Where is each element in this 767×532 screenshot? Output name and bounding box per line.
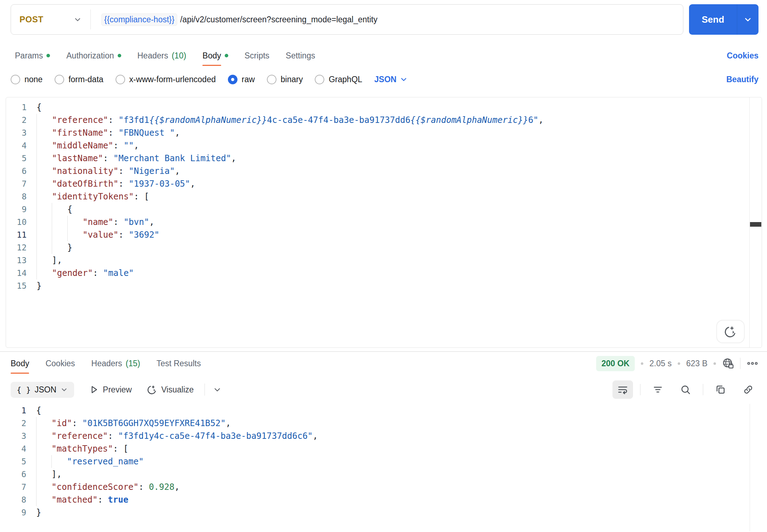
- response-toolbar-right: [612, 380, 758, 399]
- line-number: 1: [6, 406, 26, 415]
- raw-language-selector[interactable]: JSON: [374, 75, 408, 84]
- code-line: 5"reserved_name": [6, 455, 767, 468]
- cookies-link[interactable]: Cookies: [727, 51, 758, 61]
- request-url-row: POST {{compliance-host}} /api/v2/custome…: [0, 0, 767, 35]
- filter-icon[interactable]: [648, 380, 668, 399]
- code-line: 11"value": "3692": [6, 228, 762, 241]
- preview-button[interactable]: Preview: [89, 385, 132, 395]
- bodytype-urlencoded-radio[interactable]: x-www-form-urlencoded: [116, 75, 216, 84]
- tab-body[interactable]: Body: [202, 51, 228, 61]
- postman-app: { "request": { "method": "POST", "url_ho…: [0, 0, 767, 532]
- postbot-sparkle-icon: [724, 325, 737, 338]
- response-size[interactable]: 623 B: [686, 359, 707, 368]
- visualize-options-chevron-icon[interactable]: [213, 385, 222, 394]
- line-number: 15: [6, 281, 27, 290]
- tab-headers-label: Headers: [138, 51, 168, 61]
- tab-params-label: Params: [15, 51, 43, 61]
- response-format-selector[interactable]: { } JSON: [11, 382, 74, 398]
- line-number: 9: [6, 508, 26, 517]
- tab-authorization-label: Authorization: [66, 51, 114, 61]
- bodytype-none-radio[interactable]: none: [11, 75, 43, 84]
- bodytype-form-data-label: form-data: [68, 75, 103, 84]
- code-line: 12}: [6, 241, 762, 254]
- network-security-globe-lock-icon[interactable]: [722, 357, 734, 369]
- braces-icon: { }: [17, 385, 31, 394]
- url-path-text: /api/v2/customer/screen?screening_mode=l…: [180, 15, 377, 24]
- copy-icon[interactable]: [710, 380, 731, 399]
- method-selector[interactable]: POST: [11, 5, 90, 34]
- response-tab-cookies[interactable]: Cookies: [45, 359, 75, 368]
- radio-icon[interactable]: [315, 75, 324, 84]
- request-body-editor[interactable]: 1{2"reference": "f3fd1{{$randomAlphaNume…: [6, 97, 762, 348]
- meta-divider: [740, 358, 740, 369]
- response-tab-body-label: Body: [11, 359, 29, 368]
- response-pane: Body Cookies Headers (15) Test Results 2…: [0, 352, 767, 399]
- send-button[interactable]: Send: [689, 4, 758, 35]
- bodytype-none-label: none: [24, 75, 43, 84]
- indent-guide: [37, 126, 52, 139]
- meta-dot-separator: [641, 362, 643, 365]
- postbot-button[interactable]: [716, 320, 745, 343]
- bodytype-form-data-radio[interactable]: form-data: [55, 75, 103, 84]
- line-number: 2: [6, 419, 26, 428]
- url-input[interactable]: {{compliance-host}} /api/v2/customer/scr…: [91, 5, 683, 34]
- indent-guide: [37, 241, 52, 254]
- line-number: 8: [6, 495, 26, 504]
- response-meta: 200 OK 2.05 s 623 B: [596, 356, 758, 371]
- code-line: 3"reference": "f3fd1y4c-ca5e-47f4-ba3e-b…: [6, 430, 767, 442]
- bodytype-graphql-radio[interactable]: GraphQL: [315, 75, 362, 84]
- indent-guide: [36, 468, 51, 481]
- response-tab-test-results[interactable]: Test Results: [156, 359, 201, 368]
- code-line: 13],: [6, 254, 762, 267]
- line-number: 9: [6, 205, 27, 214]
- tab-headers[interactable]: Headers (10): [138, 51, 186, 61]
- code-line: 3"firstName": "FBNQuest ",: [6, 126, 762, 139]
- tab-params[interactable]: Params: [15, 51, 50, 61]
- radio-checked-icon[interactable]: [228, 75, 237, 84]
- request-url-bar: POST {{compliance-host}} /api/v2/custome…: [11, 4, 683, 35]
- radio-icon[interactable]: [267, 75, 276, 84]
- response-tabs: Body Cookies Headers (15) Test Results 2…: [11, 352, 758, 375]
- response-scrollbar-track[interactable]: [750, 404, 750, 531]
- response-time[interactable]: 2.05 s: [649, 359, 672, 368]
- code-line: 14"gender": "male": [6, 267, 762, 279]
- editor-scrollbar-mark[interactable]: [750, 222, 761, 227]
- editor-scrollbar[interactable]: [749, 97, 762, 347]
- indent-guide: [52, 228, 67, 241]
- env-variable-chip[interactable]: {{compliance-host}}: [101, 13, 177, 26]
- bodytype-binary-radio[interactable]: binary: [267, 75, 303, 84]
- link-icon[interactable]: [738, 380, 758, 399]
- code-line: 4"matchTypes": [: [6, 442, 767, 455]
- code-line: 8"identityTokens": [: [6, 190, 762, 203]
- tab-scripts[interactable]: Scripts: [245, 51, 269, 61]
- word-wrap-button[interactable]: [612, 380, 633, 399]
- indent-guide: [37, 203, 52, 216]
- tab-authorization[interactable]: Authorization: [66, 51, 121, 61]
- tab-settings[interactable]: Settings: [286, 51, 315, 61]
- status-badge[interactable]: 200 OK: [596, 356, 635, 371]
- code-line: 7"confidenceScore": 0.928,: [6, 481, 767, 493]
- code-line: 7"dateOfBirth": "1937-03-05",: [6, 177, 762, 190]
- method-chevron-down-icon: [73, 15, 82, 24]
- request-body-code[interactable]: 1{2"reference": "f3fd1{{$randomAlphaNume…: [6, 101, 762, 292]
- toolbar-divider: [205, 384, 205, 396]
- indent-guide: [37, 216, 52, 228]
- bodytype-raw-radio[interactable]: raw: [228, 75, 255, 84]
- response-tab-test-results-label: Test Results: [156, 359, 201, 368]
- response-tab-headers[interactable]: Headers (15): [91, 359, 140, 368]
- toolbar-divider: [703, 384, 703, 395]
- more-options-ellipsis-icon[interactable]: [746, 357, 758, 369]
- radio-icon[interactable]: [116, 75, 125, 84]
- response-tab-body[interactable]: Body: [11, 359, 29, 368]
- code-line: 8"matched": true: [6, 493, 767, 506]
- method-label: POST: [19, 15, 43, 24]
- radio-icon[interactable]: [11, 75, 20, 84]
- radio-icon[interactable]: [55, 75, 64, 84]
- headers-count: (10): [172, 51, 186, 61]
- indent-guide: [37, 228, 52, 241]
- play-icon: [89, 385, 99, 395]
- beautify-link[interactable]: Beautify: [726, 75, 758, 84]
- send-options-chevron-icon[interactable]: [737, 15, 758, 24]
- search-icon[interactable]: [675, 380, 696, 399]
- visualize-button[interactable]: Visualize: [147, 384, 194, 395]
